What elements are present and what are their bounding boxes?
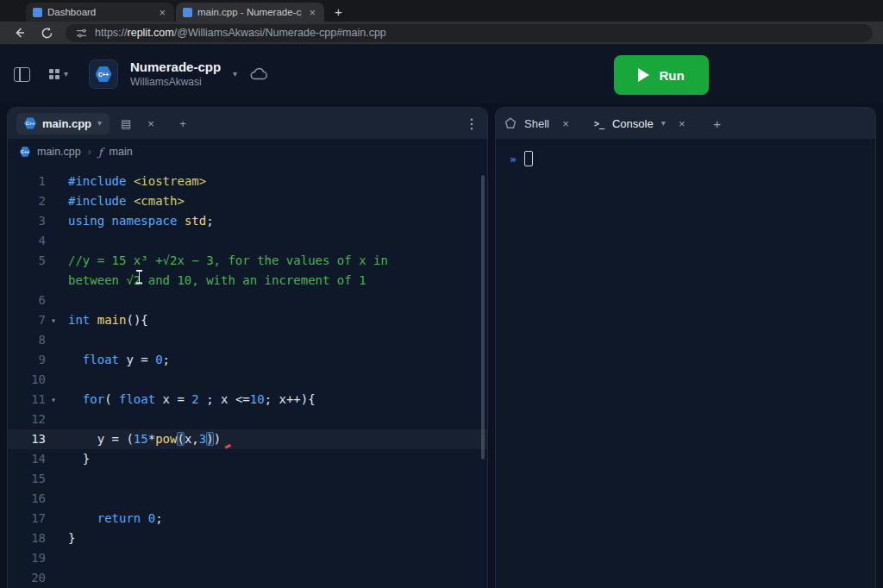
fold-toggle-icon[interactable]: ▾ bbox=[46, 390, 61, 410]
chevron-down-icon[interactable]: ▾ bbox=[233, 70, 237, 78]
code-content[interactable]: between √2 and 10, with an increment of … bbox=[61, 271, 366, 291]
code-line[interactable]: 20 bbox=[8, 568, 487, 588]
close-shell-button[interactable]: × bbox=[557, 117, 574, 130]
site-info-icon[interactable] bbox=[76, 28, 87, 39]
sidebar-toggle-icon[interactable] bbox=[14, 67, 30, 82]
code-line[interactable]: 16 bbox=[8, 489, 487, 509]
code-line[interactable]: 19 bbox=[8, 548, 487, 568]
code-content[interactable]: y = (15*pow(x,3)) bbox=[61, 429, 229, 449]
code-line[interactable]: 15 bbox=[8, 469, 487, 489]
code-line[interactable]: 4 bbox=[8, 231, 487, 251]
code-content[interactable] bbox=[61, 330, 68, 350]
repl-title-block[interactable]: Numerade-cpp WilliamsAkwasi bbox=[130, 59, 221, 89]
breadcrumb-separator-icon: › bbox=[88, 146, 91, 158]
fold-gutter bbox=[46, 370, 61, 390]
address-bar[interactable]: https://replit.com/@WilliamsAkwasi/Numer… bbox=[66, 24, 873, 42]
chevron-down-icon[interactable]: ▾ bbox=[661, 119, 666, 128]
fold-gutter bbox=[46, 410, 61, 429]
line-number: 3 bbox=[8, 211, 46, 231]
add-console-tab-button[interactable]: + bbox=[709, 116, 726, 131]
line-number: 11 bbox=[8, 390, 46, 410]
code-line[interactable]: 12 bbox=[8, 410, 487, 429]
code-line[interactable]: 1#include <iostream> bbox=[8, 172, 487, 191]
console-output[interactable]: » bbox=[496, 139, 875, 178]
code-line[interactable]: 10 bbox=[8, 370, 487, 390]
close-console-button[interactable]: × bbox=[673, 117, 691, 130]
code-content[interactable]: for( float x = 2 ; x <=10; x++){ bbox=[61, 390, 316, 410]
code-line[interactable]: 5//y = 15 x³ +√2x − 3, for the values of… bbox=[8, 251, 487, 271]
code-content[interactable] bbox=[61, 291, 68, 310]
browser-tab-main-cpp[interactable]: main.cpp - Numerade-cpp - Rep × bbox=[176, 3, 324, 22]
cpp-file-icon: C++ bbox=[24, 117, 36, 129]
line-number: 12 bbox=[8, 410, 46, 429]
browser-tab-dashboard[interactable]: Dashboard × bbox=[26, 3, 174, 22]
run-button[interactable]: Run bbox=[614, 55, 709, 95]
tab-close-icon[interactable]: × bbox=[307, 6, 317, 19]
code-line[interactable]: 9 float y = 0; bbox=[8, 350, 487, 370]
line-number: 18 bbox=[8, 529, 46, 548]
tab-close-icon[interactable]: × bbox=[157, 6, 167, 19]
line-number: 4 bbox=[8, 231, 46, 251]
code-line[interactable]: 14 } bbox=[8, 449, 487, 469]
close-tab-button[interactable]: × bbox=[142, 117, 160, 130]
add-tab-button[interactable]: + bbox=[174, 117, 191, 130]
tab-title: Dashboard bbox=[47, 7, 152, 17]
code-line[interactable]: 7▾int main(){ bbox=[8, 310, 487, 330]
code-line[interactable]: 17 return 0; bbox=[8, 509, 487, 529]
fold-gutter bbox=[46, 291, 61, 310]
fold-toggle-icon[interactable]: ▾ bbox=[46, 310, 61, 330]
code-line[interactable]: 11▾ for( float x = 2 ; x <=10; x++){ bbox=[8, 390, 487, 410]
code-content[interactable]: int main(){ bbox=[61, 310, 148, 330]
line-number: 9 bbox=[8, 350, 46, 370]
line-number: 15 bbox=[8, 469, 46, 489]
fold-gutter bbox=[46, 509, 61, 529]
fold-gutter bbox=[46, 469, 61, 489]
tab-console[interactable]: Console bbox=[612, 117, 654, 130]
reload-button[interactable] bbox=[38, 24, 55, 41]
code-line[interactable]: 13 y = (15*pow(x,3)) bbox=[8, 429, 487, 449]
file-tab-main-cpp[interactable]: C++ main.cpp ▾ bbox=[16, 113, 110, 134]
code-line[interactable]: 2#include <cmath> bbox=[8, 191, 487, 211]
code-content[interactable] bbox=[61, 568, 68, 588]
code-content[interactable]: } bbox=[61, 449, 90, 469]
browser-navbar: https://replit.com/@WilliamsAkwasi/Numer… bbox=[0, 22, 883, 45]
code-line[interactable]: 3using namespace std; bbox=[8, 211, 487, 231]
breadcrumb-symbol[interactable]: main bbox=[110, 146, 133, 158]
code-content[interactable]: //y = 15 x³ +√2x − 3, for the values of … bbox=[61, 251, 395, 271]
code-content[interactable] bbox=[61, 489, 68, 509]
code-line[interactable]: 8 bbox=[8, 330, 487, 350]
line-number: 14 bbox=[8, 449, 46, 469]
code-content[interactable]: using namespace std; bbox=[61, 211, 214, 231]
grid-icon bbox=[49, 69, 59, 79]
fold-gutter bbox=[46, 191, 61, 211]
code-content[interactable] bbox=[61, 548, 68, 568]
line-number: 19 bbox=[8, 548, 46, 568]
back-button[interactable] bbox=[10, 24, 28, 41]
code-content[interactable]: float y = 0; bbox=[61, 350, 170, 370]
code-content[interactable]: return 0; bbox=[61, 509, 163, 529]
code-content[interactable]: #include <iostream> bbox=[61, 172, 206, 191]
fold-gutter bbox=[46, 330, 61, 350]
tab-title: main.cpp - Numerade-cpp - Rep bbox=[197, 7, 302, 17]
file-list-button[interactable]: ▤ bbox=[117, 117, 135, 130]
file-tab-label: main.cpp bbox=[42, 117, 91, 130]
code-content[interactable] bbox=[61, 231, 68, 251]
code-content[interactable]: } bbox=[61, 529, 75, 548]
apps-menu-button[interactable]: ▾ bbox=[49, 69, 68, 79]
code-line[interactable]: between √2 and 10, with an increment of … bbox=[8, 271, 487, 291]
code-content[interactable] bbox=[61, 410, 68, 429]
editor-scrollbar[interactable] bbox=[481, 175, 485, 460]
breadcrumb-file[interactable]: main.cpp bbox=[37, 146, 81, 158]
tab-shell[interactable]: Shell bbox=[524, 117, 549, 130]
code-content[interactable] bbox=[61, 469, 68, 489]
editor-menu-button[interactable]: ⋮ bbox=[465, 116, 479, 132]
repl-avatar[interactable]: C++ bbox=[89, 59, 118, 89]
code-line[interactable]: 18} bbox=[8, 529, 487, 548]
code-content[interactable]: #include <cmath> bbox=[61, 191, 185, 211]
code-content[interactable] bbox=[61, 370, 68, 390]
code-line[interactable]: 6 bbox=[8, 291, 487, 310]
function-icon: ƒ bbox=[98, 146, 103, 159]
new-tab-button[interactable]: + bbox=[335, 4, 342, 19]
code-editor[interactable]: 1#include <iostream>2#include <cmath>3us… bbox=[8, 165, 487, 588]
chevron-down-icon: ▾ bbox=[64, 70, 68, 78]
